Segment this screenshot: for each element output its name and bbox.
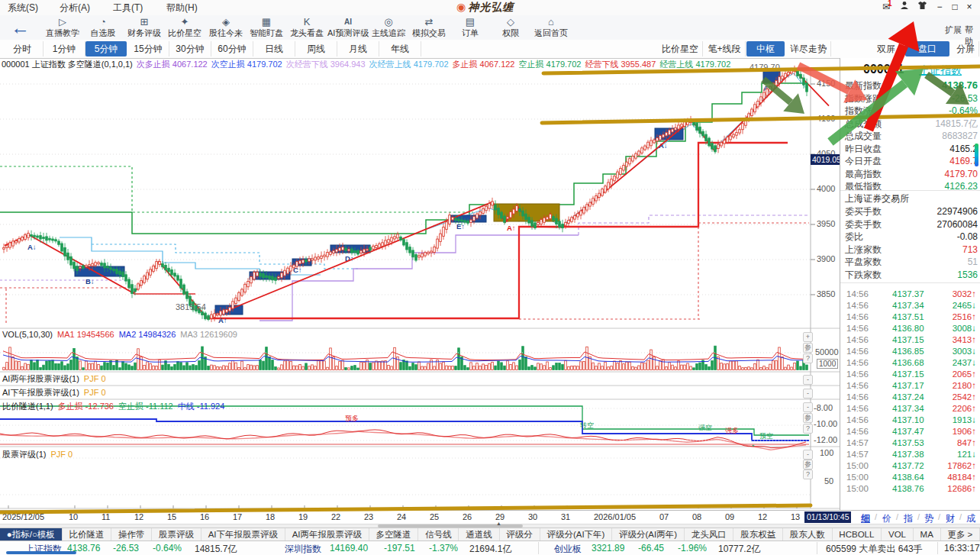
toolbar-item-模拟交易[interactable]: ⇄模拟交易 [408,16,450,38]
pane-button-+-0[interactable]: + [803,332,813,342]
minimize-button[interactable]: − [933,1,946,14]
pane-button---4[interactable]: - [803,389,813,399]
toolbar-item-权限[interactable]: ◇权限 [490,16,531,38]
pane-button---8[interactable]: - [803,450,813,460]
tick-row-13: 14:574137.53847↑ [845,437,978,449]
tick-time: 14:56 [846,300,869,311]
tick-row-16: 15:004138.6448184↑ [845,472,978,483]
tick-row-2: 14:564137.512516↑ [845,311,978,323]
bottom-tab-比价隧道[interactable]: 比价隧道 [63,528,112,541]
menu-item-4[interactable]: 帮助(H) [166,2,198,15]
tick-price: 4137.17 [892,380,924,392]
menu-item-3[interactable]: 工具(T) [113,2,143,15]
bottom-tab-股东人数[interactable]: 股东人数 [783,528,833,541]
pane-button-参-6[interactable]: 参 [803,413,813,423]
indicator-field: 次经营上线 4179.702 [369,60,449,69]
toolbar-item-订单[interactable]: ▤订单 [450,16,491,38]
menu-item-2[interactable]: 分析(A) [60,2,90,15]
view-tab-详尽走势[interactable]: 详尽走势 [786,41,831,56]
extra-扩展[interactable]: 扩展 [945,24,962,36]
period-tab-月线[interactable]: 月线 [337,41,379,56]
tick-row-8: 14:564137.172180↑ [845,380,978,392]
tick-price: 4137.37 [892,289,924,300]
toolbar-item-AI预测评级[interactable]: AIAI预测评级 [327,16,369,38]
tick-price: 4137.34 [892,403,924,415]
pane-button-参-9[interactable]: 参 [803,460,813,469]
toolbar-item-龙头看盘[interactable]: K龙头看盘 [286,16,327,38]
back-icon[interactable]: ← [11,17,30,38]
tick-price: 4137.34 [892,300,924,311]
toolbar-item-财务评级[interactable]: ⊞财务评级 [124,16,165,38]
extra-帮助[interactable]: 帮助 [965,24,980,47]
quote-row-value: 14815.7亿 [936,118,978,130]
price-label-4000: 4000 [817,184,835,193]
bottom-tab-评级分[interactable]: 评级分 [500,528,540,541]
layout-tab-双屏[interactable]: 双屏 [870,41,903,56]
toolbar-item-直播教学[interactable]: ▷直播教学 [42,16,83,38]
pane-button-?-7[interactable]: ? [803,424,813,434]
app-title: ◉神光弘缠 [456,1,514,15]
bottom-tab-多空隧道[interactable]: 多空隧道 [369,528,419,541]
date-label-12: 12 [134,512,143,521]
user-icon[interactable] [898,1,911,14]
bottom-tab-VOL[interactable]: VOL [882,528,914,541]
quote-name[interactable]: 上证指数 [919,64,962,78]
period-tab-年线[interactable]: 年线 [379,41,421,56]
view-tab-笔+线段[interactable]: 笔+线段 [704,41,746,56]
view-tab-中枢[interactable]: 中枢 [746,41,785,56]
bottom-tab-更多 >[interactable]: 更多 > [941,528,980,541]
period-tab-1分钟[interactable]: 1分钟 [44,41,85,56]
pane-button---3[interactable]: - [803,375,813,385]
period-tab-15分钟[interactable]: 15分钟 [127,41,169,56]
bottom-tab-AI下年报股票评级[interactable]: AI下年报股票评级 [201,528,285,541]
pane-button-?-2[interactable]: ? [803,353,813,363]
quote-row-value: -0.08 [957,231,978,243]
period-tab-5分钟[interactable]: 5分钟 [85,41,127,56]
period-tab-分时[interactable]: 分时 [2,41,44,56]
bottom-tab-信号线[interactable]: 信号线 [418,528,459,541]
bottom-tab-●指标/○模板[interactable]: ●指标/○模板 [0,528,63,541]
tick-row-14: 14:574137.38121↓ [845,449,978,460]
period-tab-日线[interactable]: 日线 [253,41,295,56]
bottom-tab-MA[interactable]: MA [914,528,941,541]
close-button[interactable]: × [962,1,976,14]
period-tab-周线[interactable]: 周线 [295,41,337,56]
bottom-tab-评级分(AI两年)[interactable]: 评级分(AI两年) [612,528,685,541]
menu-item-1[interactable]: 系统(S) [8,2,38,15]
price-position-indicator [975,144,978,166]
pane-field: 多止损 -12.736 [58,402,114,411]
bottom-tab-操作带[interactable]: 操作带 [111,528,152,541]
quote-row-平盘家数: 平盘家数51 [845,256,978,268]
tick-price: 4138.76 [892,483,924,495]
period-tab-30分钟[interactable]: 30分钟 [169,41,211,56]
quote-row-委比: 委比-0.08 [845,231,978,243]
bottom-tab-股票评级[interactable]: 股票评级 [152,528,201,541]
pane-button-?-10[interactable]: ? [803,469,813,479]
period-tab-60分钟[interactable]: 60分钟 [211,41,253,56]
tick-row-0: 14:564137.373032↑ [845,289,978,300]
date-label-23: 23 [364,512,373,521]
member-icon[interactable] [915,1,929,14]
bottom-tab-AI两年报股票评级[interactable]: AI两年报股票评级 [285,528,369,541]
pane-button-参-1[interactable]: 参 [803,343,813,353]
view-tab-比价星空[interactable]: 比价星空 [658,41,703,56]
toolbar-item-智能盯盘[interactable]: ▦智能盯盘 [246,16,287,38]
pane-button---5[interactable]: - [803,402,813,412]
bottom-tab-HCBOLL[interactable]: HCBOLL [833,528,882,541]
layout-tab-盘口[interactable]: 盘口 [905,41,949,56]
chart-low-label: 3815.54 [176,302,206,311]
toolbar-item-比价星空[interactable]: ✦比价星空 [164,16,205,38]
toolbar-item-返回首页[interactable]: ⌂返回首页 [530,16,572,38]
bottom-tab-股东权益[interactable]: 股东权益 [733,528,783,541]
date-label-12: 12 [758,512,767,521]
toolbar-item-股往今来[interactable]: ◈股往今来 [205,16,247,38]
bottom-tab-通道线[interactable]: 通道线 [459,528,499,541]
bottom-tab-龙头风口[interactable]: 龙头风口 [685,528,734,541]
toolbar-item-自选股[interactable]: ◔自选股 [82,16,124,38]
toolbar-item-主线追踪[interactable]: ◎主线追踪 [368,16,409,38]
quote-row-value: 713 [962,244,978,256]
权限-icon: ◇ [490,16,531,27]
restore-button[interactable]: □ [948,1,962,14]
bottom-tab-评级分(AI下年)[interactable]: 评级分(AI下年) [540,528,613,541]
price-label-3850: 3850 [817,289,835,298]
